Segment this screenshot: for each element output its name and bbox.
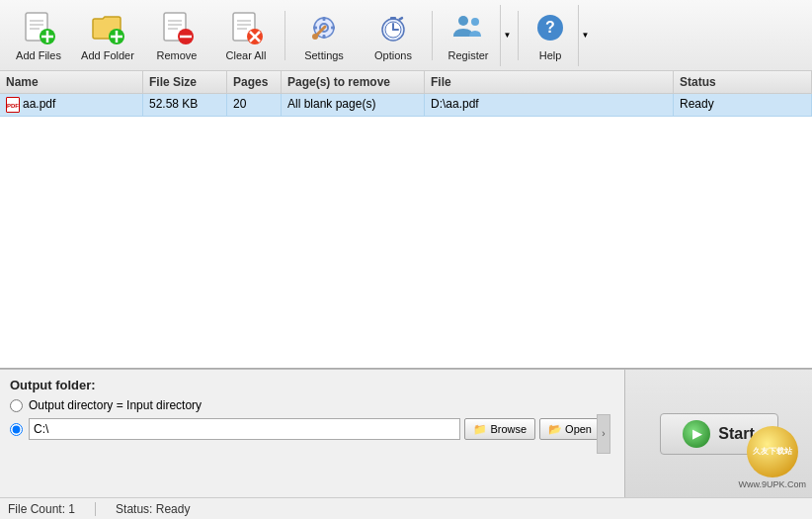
separator-3 — [518, 11, 519, 60]
help-group: ? Help ▼ — [523, 5, 592, 66]
clear-all-icon — [228, 10, 264, 45]
status-divider — [95, 502, 96, 516]
collapse-button[interactable]: › — [597, 414, 610, 454]
watermark: 久友下载站 Www.9UPK.Com — [738, 426, 806, 489]
cell-pages-remove: All blank page(s) — [282, 94, 425, 116]
help-button[interactable]: ? Help — [523, 5, 578, 66]
settings-button[interactable]: Settings — [289, 5, 359, 66]
table-header: Name File Size Pages Page(s) to remove F… — [0, 71, 812, 94]
pdf-icon: PDF — [6, 97, 20, 113]
register-label: Register — [448, 49, 489, 61]
file-table: Name File Size Pages Page(s) to remove F… — [0, 71, 812, 369]
browse-button[interactable]: 📁 Browse — [464, 418, 535, 440]
add-files-icon — [21, 10, 56, 45]
svg-rect-28 — [331, 26, 335, 29]
folder-icon: 📁 — [473, 423, 487, 436]
start-section: ▶ Start 久友下载站 Www.9UPK.Com — [624, 370, 812, 497]
open-icon: 📂 — [548, 423, 562, 436]
toolbar: Add Files Add Folder Remove — [0, 0, 812, 71]
register-group: Register ▼ — [437, 5, 514, 66]
separator-2 — [432, 11, 433, 60]
svg-point-38 — [471, 18, 479, 26]
radio-option2-row: 📁 Browse 📂 Open — [10, 418, 601, 440]
register-button[interactable]: Register — [437, 5, 500, 66]
remove-button[interactable]: Remove — [142, 5, 211, 66]
svg-point-30 — [312, 34, 318, 40]
svg-rect-26 — [323, 35, 326, 39]
add-files-button[interactable]: Add Files — [4, 5, 73, 66]
add-files-label: Add Files — [16, 49, 61, 61]
col-pages-remove-header: Page(s) to remove — [282, 71, 425, 93]
settings-label: Settings — [304, 49, 344, 61]
remove-label: Remove — [157, 49, 198, 61]
status-text: Status: Ready — [116, 502, 190, 516]
register-icon — [450, 10, 486, 45]
start-icon: ▶ — [683, 420, 710, 448]
output-section: Output folder: Output directory = Input … — [0, 370, 610, 497]
add-folder-label: Add Folder — [81, 49, 134, 61]
settings-icon — [306, 10, 342, 45]
options-icon — [375, 10, 411, 45]
output-path-input[interactable] — [29, 418, 460, 440]
radio-option1-label: Output directory = Input directory — [29, 398, 202, 412]
main-content: Name File Size Pages Page(s) to remove F… — [0, 71, 812, 519]
options-label: Options — [374, 49, 412, 61]
file-count: File Count: 1 — [8, 502, 75, 516]
col-pages-header: Pages — [227, 71, 282, 93]
help-icon: ? — [532, 10, 568, 45]
remove-icon — [159, 10, 195, 45]
radio-option1-row: Output directory = Input directory — [10, 398, 601, 412]
help-arrow[interactable]: ▼ — [578, 5, 592, 66]
svg-point-37 — [458, 16, 468, 26]
help-label: Help — [539, 49, 562, 61]
svg-rect-27 — [313, 26, 317, 29]
clear-all-label: Clear All — [226, 49, 267, 61]
register-arrow[interactable]: ▼ — [500, 5, 514, 66]
radio-option2[interactable] — [10, 423, 23, 436]
clear-all-button[interactable]: Clear All — [211, 5, 281, 66]
cell-file: D:\aa.pdf — [425, 94, 674, 116]
cell-pages: 20 — [227, 94, 282, 116]
radio-option1[interactable] — [10, 399, 23, 412]
svg-text:?: ? — [545, 19, 555, 36]
bottom-panel: Output folder: Output directory = Input … — [0, 369, 812, 497]
watermark-badge: 久友下载站 — [747, 426, 798, 477]
output-title: Output folder: — [10, 378, 601, 392]
col-status-header: Status — [674, 71, 812, 93]
collapse-handle: › — [610, 370, 624, 497]
separator-1 — [284, 11, 285, 60]
add-folder-icon — [90, 10, 125, 45]
col-file-header: File — [425, 71, 674, 93]
cell-status: Ready — [674, 94, 812, 116]
col-name-header: Name — [0, 71, 143, 93]
col-size-header: File Size — [143, 71, 227, 93]
svg-rect-25 — [323, 17, 326, 21]
empty-area — [0, 117, 812, 369]
cell-name: PDFaa.pdf — [0, 94, 143, 116]
options-button[interactable]: Options — [359, 5, 428, 66]
open-button[interactable]: 📂 Open — [539, 418, 601, 440]
table-row[interactable]: PDFaa.pdf 52.58 KB 20 All blank page(s) … — [0, 94, 812, 117]
svg-rect-35 — [390, 17, 396, 20]
cell-size: 52.58 KB — [143, 94, 227, 116]
watermark-site: Www.9UPK.Com — [738, 479, 806, 489]
status-bar: File Count: 1 Status: Ready — [0, 497, 812, 519]
add-folder-button[interactable]: Add Folder — [73, 5, 142, 66]
